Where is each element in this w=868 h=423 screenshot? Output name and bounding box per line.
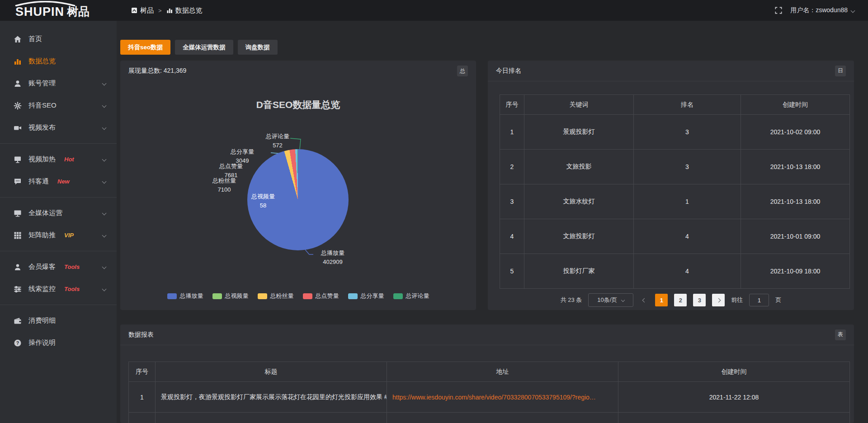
sidebar-item-lead-monitor[interactable]: 线索监控 Tools xyxy=(0,278,117,300)
seo-overview-panel: 展现量总数: 421,369 总 D音SEO数据量总览 总评论量572 总分 xyxy=(120,61,476,310)
chevron-down-icon xyxy=(102,265,107,269)
sidebar: 首页 数据总览 账号管理 抖音SEO 视频发布 视频加热 Hot 抖客通 New… xyxy=(0,21,117,423)
tools-badge: Tools xyxy=(64,286,80,292)
user-menu[interactable]: 用户名：zswodun88 xyxy=(790,6,854,14)
sidebar-item-douyin-seo[interactable]: 抖音SEO xyxy=(0,94,117,117)
goto-suffix: 页 xyxy=(775,296,781,304)
next-page-button[interactable] xyxy=(712,294,725,306)
breadcrumb-home[interactable]: 树品 xyxy=(131,6,154,15)
sidebar-item-doukotong[interactable]: 抖客通 New xyxy=(0,170,117,193)
sidebar-item-matrix-boost[interactable]: 矩阵助推 VIP xyxy=(0,224,117,246)
sidebar-divider xyxy=(0,197,117,197)
goto-page-input[interactable] xyxy=(749,294,769,306)
chevron-down-icon xyxy=(102,287,107,291)
chevron-down-icon xyxy=(102,211,107,216)
svg-text:?: ? xyxy=(16,340,19,345)
chart-title: D音SEO数据量总览 xyxy=(120,99,476,111)
prev-page-button[interactable] xyxy=(640,299,649,302)
legend-item[interactable]: 总分享量 xyxy=(348,292,384,300)
pagination: 共 23 条 10条/页 1 2 3 前往 页 xyxy=(488,293,854,307)
breadcrumb: 树品 > 数据总览 xyxy=(131,6,203,15)
pie-chart-area: D音SEO数据量总览 总评论量572 总分享量3049 总点赞量7681 xyxy=(120,81,476,310)
bar-chart-icon xyxy=(166,7,173,14)
table-row: 4文旅投影灯 42021-10-01 09:00 xyxy=(500,219,850,254)
day-toggle-button[interactable]: 日 xyxy=(835,66,846,76)
table-row: 5投影灯厂家 42021-10-09 18:00 xyxy=(500,254,850,289)
legend-item[interactable]: 总点赞量 xyxy=(303,292,339,300)
page-size-select[interactable]: 10条/页 xyxy=(588,293,633,307)
hot-badge: Hot xyxy=(64,156,74,163)
sidebar-item-video-publish[interactable]: 视频发布 xyxy=(0,117,117,139)
breadcrumb-current[interactable]: 数据总览 xyxy=(166,6,203,15)
sidebar-item-consumption[interactable]: 消费明细 xyxy=(0,310,117,332)
legend-item[interactable]: 总播放量 xyxy=(167,292,203,300)
panel-header: 数据报表 表 xyxy=(120,324,854,345)
tab-inquiry[interactable]: 询盘数据 xyxy=(238,40,278,55)
tab-media-operation[interactable]: 全媒体运营数据 xyxy=(175,40,233,55)
chevron-right-icon xyxy=(716,298,721,302)
member-icon xyxy=(14,263,22,271)
legend-swatch xyxy=(258,293,267,299)
report-title: 数据报表 xyxy=(128,331,154,339)
total-toggle-button[interactable]: 总 xyxy=(457,66,468,76)
chat-icon xyxy=(14,178,22,186)
page-button-1[interactable]: 1 xyxy=(655,294,668,306)
board-icon xyxy=(131,7,137,14)
sidebar-item-data-overview[interactable]: 数据总览 xyxy=(0,50,117,72)
table-row-partial xyxy=(129,413,850,423)
tab-douyin-seo[interactable]: 抖音seo数据 xyxy=(120,40,170,55)
report-title-cell: 景观投影灯，夜游景观投影灯厂家展示展示落花灯在花园里的灯光投影应用效果 # xyxy=(156,382,387,413)
bar-chart-icon xyxy=(14,57,22,66)
legend-swatch xyxy=(167,293,177,299)
sidebar-item-member-burst[interactable]: 会员爆客 Tools xyxy=(0,256,117,278)
video-camera-icon xyxy=(14,124,22,132)
sidebar-item-video-heat[interactable]: 视频加热 Hot xyxy=(0,148,117,170)
legend-item[interactable]: 总视频量 xyxy=(212,292,249,300)
page-button-2[interactable]: 2 xyxy=(674,294,687,306)
legend-swatch xyxy=(212,293,222,299)
page-button-3[interactable]: 3 xyxy=(693,294,706,306)
table-row: 1 景观投影灯，夜游景观投影灯厂家展示展示落花灯在花园里的灯光投影应用效果 # … xyxy=(129,382,850,413)
ranking-title: 今日排名 xyxy=(496,67,521,75)
logo: SHUPIN 树品 xyxy=(0,0,117,21)
legend-item[interactable]: 总评论量 xyxy=(393,292,429,300)
tab-bar: 抖音seo数据 全媒体运营数据 询盘数据 xyxy=(120,40,854,55)
new-badge: New xyxy=(57,178,70,185)
sidebar-item-media-operation[interactable]: 全媒体运营 xyxy=(0,202,117,224)
fullscreen-icon[interactable] xyxy=(775,7,782,14)
wallet-icon xyxy=(14,317,22,325)
sliders-icon xyxy=(14,285,22,293)
chevron-down-icon xyxy=(102,233,107,238)
report-url-link[interactable]: https://www.iesdouyin.com/share/video/70… xyxy=(387,382,618,413)
chevron-down-icon xyxy=(102,157,107,162)
breadcrumb-separator: > xyxy=(158,7,162,14)
tools-badge: Tools xyxy=(64,263,80,270)
gear-icon xyxy=(14,102,22,110)
table-header-row: 序号 标题 地址 创建时间 xyxy=(129,362,850,382)
legend-swatch xyxy=(348,293,358,299)
logo-arc xyxy=(14,1,77,6)
panel-header: 今日排名 日 xyxy=(488,61,854,81)
monitor-icon xyxy=(14,209,22,217)
panel-header: 展现量总数: 421,369 总 xyxy=(120,61,476,81)
table-row: 3文旅水纹灯 12021-10-13 18:00 xyxy=(500,184,850,219)
pie-label-fans: 总粉丝量7100 xyxy=(197,176,251,194)
sidebar-item-home[interactable]: 首页 xyxy=(0,28,117,50)
table-row: 2文旅投影 32021-10-13 18:00 xyxy=(500,150,850,184)
main-content: 抖音seo数据 全媒体运营数据 询盘数据 展现量总数: 421,369 总 D音… xyxy=(117,21,868,423)
legend-swatch xyxy=(393,293,403,299)
home-icon xyxy=(14,35,22,43)
sidebar-divider xyxy=(0,143,117,144)
sidebar-item-account[interactable]: 账号管理 xyxy=(0,72,117,94)
chevron-down-icon xyxy=(102,126,107,130)
legend-item[interactable]: 总粉丝量 xyxy=(258,292,294,300)
table-toggle-button[interactable]: 表 xyxy=(835,329,846,340)
top-header: SHUPIN 树品 树品 > 数据总览 用户名：zswodun88 xyxy=(0,0,868,21)
sidebar-item-help[interactable]: ? 操作说明 xyxy=(0,332,117,354)
pie-label-videos: 总视频量58 xyxy=(236,192,290,210)
data-report-panel: 数据报表 表 序号 标题 地址 创建时间 1 景观投影灯，夜游景观投影灯厂家展示… xyxy=(120,324,854,423)
screen-icon xyxy=(14,155,22,164)
pagination-total: 共 23 条 xyxy=(561,296,582,304)
user-icon xyxy=(14,80,22,88)
legend-swatch xyxy=(303,293,312,299)
